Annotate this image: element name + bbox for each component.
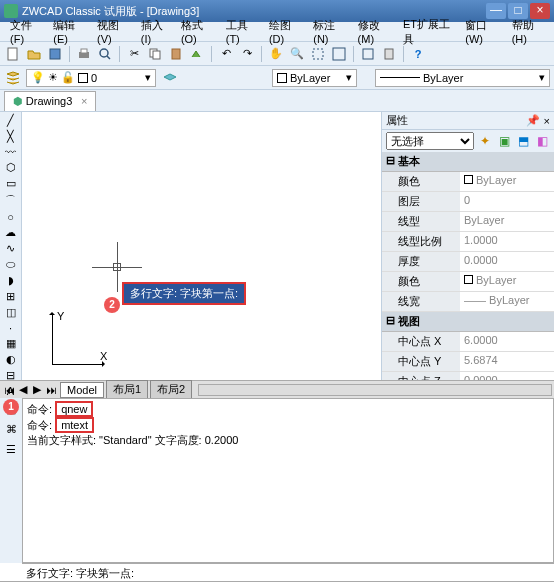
menu-视图[interactable]: 视图(V)	[91, 16, 135, 47]
prev-sheet-icon[interactable]: ◀	[16, 383, 30, 396]
layer-select[interactable]: 💡 ☀ 🔓 0 ▾	[26, 69, 156, 87]
prop-value[interactable]: 0.0000	[460, 372, 554, 380]
insert-icon[interactable]: ⊞	[3, 290, 19, 303]
prop-value[interactable]: 0	[460, 192, 554, 211]
filter-icon[interactable]: ◧	[534, 133, 550, 149]
prop-row[interactable]: 图层0	[382, 192, 554, 212]
redo-icon[interactable]: ↷	[238, 45, 256, 63]
prop-row[interactable]: 线型ByLayer	[382, 212, 554, 232]
prop-value[interactable]: 0.0000	[460, 252, 554, 271]
cmd-icon-3[interactable]: ☰	[2, 440, 20, 458]
prop-row[interactable]: 颜色ByLayer	[382, 272, 554, 292]
undo-icon[interactable]: ↶	[217, 45, 235, 63]
cmd-icon-2[interactable]: ⌘	[2, 420, 20, 438]
prop-value[interactable]: ByLayer	[460, 272, 554, 291]
first-sheet-icon[interactable]: ⏮	[2, 384, 16, 396]
pickadd-icon[interactable]: ⬒	[515, 133, 531, 149]
preview-icon[interactable]	[96, 45, 114, 63]
panel-pin-icon[interactable]: 📌	[526, 114, 540, 127]
ellipse-icon[interactable]: ⬭	[3, 258, 19, 271]
selection-dropdown[interactable]: 无选择	[386, 132, 474, 150]
open-icon[interactable]	[25, 45, 43, 63]
prop-row[interactable]: 中心点 X6.0000	[382, 332, 554, 352]
layer-mgr-icon[interactable]	[4, 69, 22, 87]
zoomext-icon[interactable]	[330, 45, 348, 63]
prop-value[interactable]: ByLayer	[460, 172, 554, 191]
hscrollbar[interactable]	[198, 384, 552, 396]
prop-value[interactable]: 5.6874	[460, 352, 554, 371]
menu-编辑[interactable]: 编辑(E)	[47, 16, 91, 47]
save-icon[interactable]	[46, 45, 64, 63]
menu-工具[interactable]: 工具(T)	[220, 16, 263, 47]
model-tab[interactable]: Model	[60, 382, 104, 398]
prop-value[interactable]: ByLayer	[460, 212, 554, 231]
prop-row[interactable]: 线型比例1.0000	[382, 232, 554, 252]
next-sheet-icon[interactable]: ▶	[30, 383, 44, 396]
drawing-canvas[interactable]: 多行文字: 字块第一点: 2 Y X	[22, 112, 381, 380]
xline-icon[interactable]: ╳	[3, 130, 19, 143]
calc-icon[interactable]	[380, 45, 398, 63]
menu-绘图[interactable]: 绘图(D)	[263, 16, 307, 47]
line-icon[interactable]: ╱	[3, 114, 19, 127]
prop-value[interactable]: 6.0000	[460, 332, 554, 351]
prop-value[interactable]: 1.0000	[460, 232, 554, 251]
last-sheet-icon[interactable]: ⏭	[44, 384, 58, 396]
menu-ET扩展工具[interactable]: ET扩展工具	[397, 15, 459, 49]
menu-帮助[interactable]: 帮助(H)	[506, 16, 550, 47]
print-icon[interactable]	[75, 45, 93, 63]
input-tooltip[interactable]: 多行文字: 字块第一点:	[122, 282, 246, 305]
copy-icon[interactable]	[146, 45, 164, 63]
match-icon[interactable]	[188, 45, 206, 63]
layout1-tab[interactable]: 布局1	[106, 380, 148, 399]
cut-icon[interactable]: ✂	[125, 45, 143, 63]
hatch-icon[interactable]: ▦	[3, 337, 19, 350]
selobj-icon[interactable]: ▣	[496, 133, 512, 149]
menu-标注[interactable]: 标注(N)	[307, 16, 351, 47]
menu-插入[interactable]: 插入(I)	[135, 16, 175, 47]
property-grid[interactable]: ⊟基本颜色ByLayer图层0线型ByLayer线型比例1.0000厚度0.00…	[382, 152, 554, 380]
linetype-select[interactable]: ByLayer ▾	[375, 69, 550, 87]
menu-格式[interactable]: 格式(O)	[175, 16, 220, 47]
quicksel-icon[interactable]: ✦	[477, 133, 493, 149]
color-select[interactable]: ByLayer ▾	[272, 69, 357, 87]
pline-icon[interactable]: 〰	[3, 146, 19, 158]
prop-key: 线宽	[382, 292, 460, 311]
paste-icon[interactable]	[167, 45, 185, 63]
table-icon[interactable]: ⊟	[3, 369, 19, 382]
menu-文件[interactable]: 文件(F)	[4, 16, 47, 47]
menu-修改[interactable]: 修改(M)	[352, 16, 397, 47]
block-icon[interactable]: ◫	[3, 306, 19, 319]
prop-row[interactable]: 中心点 Y5.6874	[382, 352, 554, 372]
prop-row[interactable]: 线宽—— ByLayer	[382, 292, 554, 312]
prop-row[interactable]: 颜色ByLayer	[382, 172, 554, 192]
svg-rect-3	[81, 49, 87, 53]
help-icon[interactable]: ?	[409, 45, 427, 63]
polygon-icon[interactable]: ⬡	[3, 161, 19, 174]
command-history[interactable]: 1 命令: qnew 命令: mtext 当前文字样式: "Standard" …	[22, 398, 554, 563]
command-line[interactable]: 多行文字: 字块第一点:	[22, 563, 554, 581]
expand-icon[interactable]: ⊟	[386, 314, 398, 329]
tab-close-icon[interactable]: ×	[81, 95, 87, 107]
arc-icon[interactable]: ⌒	[3, 193, 19, 208]
menu-窗口[interactable]: 窗口(W)	[459, 16, 505, 47]
panel-close-icon[interactable]: ×	[544, 115, 550, 127]
zoomwin-icon[interactable]	[309, 45, 327, 63]
region-icon[interactable]: ◐	[3, 353, 19, 366]
props-icon[interactable]	[359, 45, 377, 63]
spline-icon[interactable]: ∿	[3, 242, 19, 255]
circle-icon[interactable]: ○	[3, 211, 19, 223]
new-icon[interactable]	[4, 45, 22, 63]
ellarc-icon[interactable]: ◗	[3, 274, 19, 287]
layer-prev-icon[interactable]	[160, 69, 178, 87]
expand-icon[interactable]: ⊟	[386, 154, 398, 169]
pan-icon[interactable]: ✋	[267, 45, 285, 63]
rect-icon[interactable]: ▭	[3, 177, 19, 190]
prop-value[interactable]: —— ByLayer	[460, 292, 554, 311]
layout2-tab[interactable]: 布局2	[150, 380, 192, 399]
point-icon[interactable]: ·	[3, 322, 19, 334]
prop-row[interactable]: 厚度0.0000	[382, 252, 554, 272]
drawing-tab[interactable]: ⬢ Drawing3 ×	[4, 91, 96, 111]
revcloud-icon[interactable]: ☁	[3, 226, 19, 239]
prop-row[interactable]: 中心点 Z0.0000	[382, 372, 554, 380]
zoom-icon[interactable]: 🔍	[288, 45, 306, 63]
